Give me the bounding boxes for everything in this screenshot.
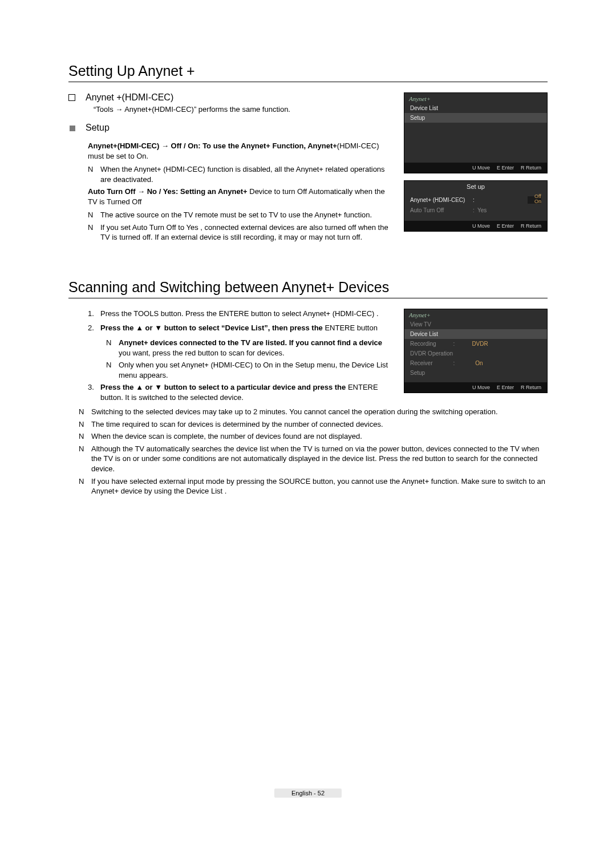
- page-footer: English - 52: [274, 789, 342, 798]
- osd-menu-item-device-list[interactable]: Device List: [404, 329, 547, 339]
- osd-hint-return: R Return: [521, 223, 541, 229]
- note-active-source: The active source on the TV remote must …: [100, 210, 395, 220]
- note-marker: N: [106, 360, 119, 380]
- osd-setting-hdmi-cec-value[interactable]: Off On: [528, 196, 541, 204]
- sub-note-scan-devices: Anynet+ devices connected to the TV are …: [119, 338, 395, 358]
- osd-hint-enter: E Enter: [497, 223, 514, 229]
- osd-menu-item-view-tv[interactable]: View TV: [404, 320, 547, 329]
- osd-setting-hdmi-cec-label: Anynet+ (HDMI-CEC): [410, 197, 473, 203]
- osd-setup-panel: Set up Anynet+ (HDMI-CEC) : Off On Auto …: [404, 180, 548, 232]
- note-device-count: When the device scan is complete, the nu…: [91, 431, 548, 442]
- note-auto-turn-off-yes: If you set Auto Turn Off to Yes , connec…: [100, 223, 395, 242]
- osd-menu-item-setup[interactable]: Setup: [404, 368, 547, 378]
- osd-menu-item-dvdr-operation[interactable]: DVDR Operation: [404, 349, 547, 358]
- osd-hint-enter: E Enter: [497, 165, 514, 171]
- note-marker: N: [79, 431, 91, 442]
- note-marker: N: [79, 419, 91, 430]
- step-1: Press the TOOLS button. Press the ENTERE…: [100, 309, 395, 319]
- note-marker: N: [79, 476, 91, 496]
- osd-menu-item-recording[interactable]: Recording:DVDR: [404, 339, 547, 349]
- osd-setting-auto-turn-off-label: Auto Turn Off: [410, 207, 473, 213]
- osd-hint-move: U Move: [472, 385, 490, 390]
- note-marker: N: [88, 164, 100, 184]
- osd-setting-auto-turn-off-value[interactable]: Yes: [477, 207, 487, 213]
- osd-anynet-device-menu: Anynet+ View TV Device List Recording:DV…: [404, 309, 548, 393]
- note-cec-disabled: When the Anynet+ (HDMI-CEC) function is …: [100, 164, 395, 184]
- osd-hint-move: U Move: [472, 165, 490, 171]
- note-marker: N: [88, 210, 100, 220]
- heading-scanning-switching: Scanning and Switching between Anynet+ D…: [68, 279, 548, 298]
- osd-hint-return: R Return: [521, 165, 541, 171]
- osd-footer: U Move E Enter R Return: [404, 382, 547, 393]
- note-switch-time: Switching to the selected devices may ta…: [91, 407, 548, 417]
- heading-setting-up-anynet: Setting Up Anynet +: [68, 63, 548, 82]
- note-auto-search: Although the TV automatically searches t…: [91, 444, 548, 474]
- subheading-anynet-hdmi-cec: Anynet +(HDMI-CEC): [86, 92, 395, 103]
- list-number: 1.: [88, 309, 100, 319]
- note-marker: N: [79, 444, 91, 474]
- list-number: 3.: [88, 382, 100, 402]
- list-number: 2.: [88, 323, 100, 333]
- osd-hint-move: U Move: [472, 223, 490, 229]
- step-2: Press the ▲ or ▼ button to select “Devic…: [100, 323, 395, 333]
- osd-footer: U Move E Enter R Return: [404, 221, 547, 231]
- osd-hint-return: R Return: [521, 385, 541, 390]
- osd-menu-item-receiver[interactable]: Receiver:On: [404, 358, 547, 368]
- note-source-button: If you have selected external input mode…: [91, 476, 548, 496]
- osd-hint-enter: E Enter: [497, 385, 514, 390]
- note-marker: N: [88, 223, 100, 242]
- osd-brand: Anynet+: [404, 309, 547, 320]
- osd-menu-item-device-list[interactable]: Device List: [404, 103, 547, 113]
- note-marker: N: [79, 407, 91, 417]
- step-3: Press the ▲ or ▼ button to select to a p…: [100, 382, 395, 402]
- note-scan-time: The time required to scan for devices is…: [91, 419, 548, 430]
- sub-note-device-list-appears: Only when you set Anynet+ (HDMI-CEC) to …: [119, 360, 395, 380]
- text-setup-desc: Anynet+(HDMI-CEC) → Off / On: To use the…: [88, 141, 395, 161]
- bullet-square-icon: [70, 126, 75, 131]
- osd-title-setup: Set up: [404, 181, 547, 192]
- osd-brand: Anynet+: [404, 93, 547, 103]
- text-auto-turn-off: Auto Turn Off → No / Yes: Setting an Any…: [88, 187, 395, 207]
- note-marker: N: [106, 338, 119, 358]
- osd-menu-item-setup[interactable]: Setup: [404, 113, 547, 123]
- subheading-setup: Setup: [86, 123, 395, 133]
- osd-footer: U Move E Enter R Return: [404, 163, 547, 173]
- osd-anynet-menu: Anynet+ Device List Setup U Move E Enter…: [404, 92, 548, 173]
- bullet-outline-icon: [68, 94, 75, 101]
- text-tools-path: “Tools → Anynet+(HDMI-CEC)” performs the…: [94, 105, 395, 114]
